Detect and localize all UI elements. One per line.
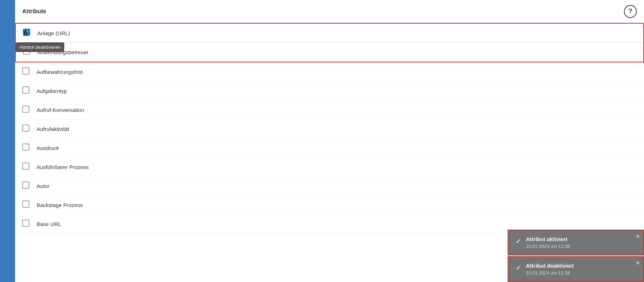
attribute-item-anwendungsbetreuer[interactable]: Anwendungsbetreuer bbox=[16, 42, 643, 62]
checkbox-anwendungsbetreuer[interactable] bbox=[23, 48, 32, 56]
attribute-label: Backstage Prozess bbox=[37, 202, 83, 208]
checkbox-aufgabentyp[interactable] bbox=[22, 86, 31, 95]
notification-panel: ✓ Attribut aktiviert 10.01.2024 um 11:38… bbox=[508, 230, 644, 282]
notification-deactivated-body: ✓ Attribut deaktiviert 10.01.2024 um 11:… bbox=[508, 257, 643, 281]
notification-title-deactivated: Attribut deaktiviert bbox=[526, 263, 574, 269]
checkbox-ausfuhrbarer-prozess[interactable] bbox=[22, 163, 31, 171]
attribute-item-aufbewahrungsfrist[interactable]: Aufbewahrungsfrist bbox=[15, 62, 644, 81]
attribute-label: Autor bbox=[37, 183, 50, 189]
attribute-label: Aufbewahrungsfrist bbox=[37, 69, 83, 75]
checkbox-aufbewahrungsfrist[interactable] bbox=[22, 67, 31, 76]
attribute-label: Anlage (URL) bbox=[37, 30, 70, 36]
attribute-item-anlage-url[interactable]: 🖱 Anlage (URL) Attribut deaktivieren bbox=[16, 24, 643, 42]
checkbox-base-url[interactable] bbox=[22, 220, 31, 228]
notification-activated-body: ✓ Attribut aktiviert 10.01.2024 um 11:38… bbox=[508, 230, 643, 255]
checkbox-backstage-prozess[interactable] bbox=[22, 201, 31, 209]
notification-title-activated: Attribut aktiviert bbox=[526, 236, 570, 242]
checkbox-ausdruck[interactable] bbox=[22, 144, 31, 152]
notification-text-deactivated: Attribut deaktiviert 10.01.2024 um 11:38 bbox=[526, 263, 574, 276]
attribute-item-aufrufaktivitat[interactable]: Aufrufaktivität bbox=[15, 119, 644, 138]
header: Attribute ? bbox=[15, 0, 644, 23]
attribute-item-aufruf-konversation[interactable]: Aufruf-Konversation bbox=[15, 100, 644, 119]
main-content: Attribute ? 🖱 Anlage (URL) Attribut deak… bbox=[15, 0, 644, 282]
checkbox-unchecked[interactable] bbox=[23, 48, 30, 55]
notification-time-deactivated: 10.01.2024 um 11:38 bbox=[526, 270, 574, 276]
notification-text-activated: Attribut aktiviert 10.01.2024 um 11:38 bbox=[526, 236, 570, 249]
attribute-item-ausfuhrbarer-prozess[interactable]: Ausführbarer Prozess bbox=[15, 158, 644, 177]
checkbox-unchecked[interactable] bbox=[22, 144, 29, 151]
checkbox-checked[interactable] bbox=[23, 29, 30, 36]
checkbox-unchecked[interactable] bbox=[22, 182, 29, 189]
checkbox-autor[interactable] bbox=[22, 182, 31, 190]
notification-close-activated[interactable]: × bbox=[636, 233, 640, 240]
attribute-label: Aufgabentyp bbox=[37, 88, 67, 94]
checkbox-anlage-url[interactable] bbox=[23, 29, 32, 37]
help-button[interactable]: ? bbox=[624, 5, 637, 18]
checkbox-aufruf-konversation[interactable] bbox=[22, 105, 31, 114]
attribute-item-backstage-prozess[interactable]: Backstage Prozess bbox=[15, 196, 644, 215]
attribute-list: 🖱 Anlage (URL) Attribut deaktivieren Anw… bbox=[15, 23, 644, 234]
attribute-label: Anwendungsbetreuer bbox=[37, 49, 89, 55]
checkbox-aufrufaktivitat[interactable] bbox=[22, 124, 31, 133]
checkbox-unchecked[interactable] bbox=[22, 86, 29, 94]
sidebar-strip bbox=[0, 0, 15, 282]
attribute-label: Ausdruck bbox=[37, 145, 59, 151]
checkbox-unchecked[interactable] bbox=[22, 67, 29, 75]
checkbox-unchecked[interactable] bbox=[22, 201, 29, 208]
attribute-item-group: 🖱 Anlage (URL) Attribut deaktivieren Anw… bbox=[15, 23, 644, 62]
checkbox-unchecked[interactable] bbox=[22, 105, 29, 113]
notification-close-deactivated[interactable]: × bbox=[636, 260, 640, 266]
attribute-label: Ausführbarer Prozess bbox=[37, 164, 89, 170]
attribute-label: Aufruf-Konversation bbox=[37, 107, 84, 113]
attribute-label: Aufrufaktivität bbox=[37, 126, 69, 132]
notification-check-icon-2: ✓ bbox=[515, 263, 522, 272]
attribute-item-ausdruck[interactable]: Ausdruck bbox=[15, 138, 644, 158]
checkbox-unchecked[interactable] bbox=[22, 220, 29, 227]
page-title: Attribute bbox=[22, 8, 46, 15]
notification-check-icon: ✓ bbox=[515, 237, 522, 245]
checkbox-unchecked[interactable] bbox=[22, 124, 29, 132]
attribute-label: Base URL bbox=[37, 221, 61, 227]
attribute-item-aufgabentyp[interactable]: Aufgabentyp bbox=[15, 81, 644, 100]
notification-deactivated: ✓ Attribut deaktiviert 10.01.2024 um 11:… bbox=[508, 256, 644, 282]
checkbox-unchecked[interactable] bbox=[22, 163, 29, 170]
notification-activated: ✓ Attribut aktiviert 10.01.2024 um 11:38… bbox=[508, 230, 644, 255]
attribute-item-autor[interactable]: Autor bbox=[15, 177, 644, 196]
notification-time-activated: 10.01.2024 um 11:38 bbox=[526, 244, 570, 249]
